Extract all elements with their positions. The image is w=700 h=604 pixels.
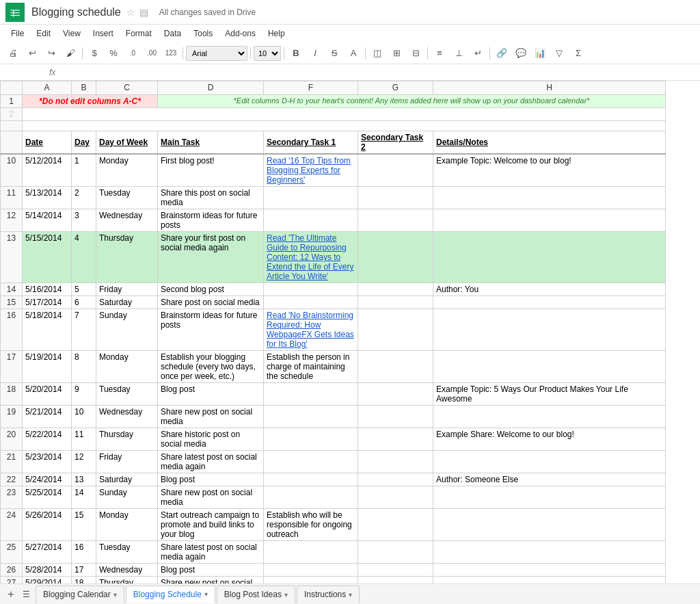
divider4 bbox=[284, 47, 284, 60]
header-dow: Day of Week bbox=[96, 131, 158, 155]
menu-data[interactable]: Data bbox=[159, 27, 187, 40]
col-header-f[interactable]: F bbox=[264, 81, 358, 95]
spreadsheet: A B C D F G H 1 *Do not edit columns A-C… bbox=[0, 81, 666, 583]
menu-insert[interactable]: Insert bbox=[88, 27, 119, 40]
function-icon[interactable]: Σ bbox=[569, 44, 587, 62]
table-row: 10 5/12/2014 1 Monday First blog post! R… bbox=[1, 154, 666, 187]
header-day: Day bbox=[72, 131, 96, 155]
chart-icon[interactable]: 📊 bbox=[531, 44, 549, 62]
text-color-icon[interactable]: A bbox=[345, 44, 362, 62]
table-row: 14 5/16/2014 5 Friday Second blog post A… bbox=[1, 283, 666, 296]
filter-icon[interactable]: ▽ bbox=[550, 44, 568, 62]
title-bar: Blogging schedule ☆ ▤ All changes saved … bbox=[0, 0, 700, 25]
print-icon[interactable]: 🖨 bbox=[4, 44, 22, 62]
toolbar: 🖨 ↩ ↪ 🖌 $ % .0 .00 123 Arial 10 B I S A … bbox=[0, 42, 700, 64]
paint-format-icon[interactable]: 🖌 bbox=[62, 44, 79, 62]
link-sec1-row10[interactable]: Read '16 Top Tips from Blogging Experts … bbox=[267, 156, 351, 185]
link-sec1-row16[interactable]: Read 'No Brainstorming Required: How Web… bbox=[267, 311, 354, 349]
table-row: 20 5/22/2014 11 Thursday Share historic … bbox=[1, 428, 666, 451]
col-header-h[interactable]: H bbox=[433, 81, 666, 95]
table-row: 16 5/18/2014 7 Sunday Brainstorm ideas f… bbox=[1, 309, 666, 351]
align-left-icon[interactable]: ≡ bbox=[431, 44, 448, 62]
divider7 bbox=[489, 47, 490, 60]
menu-bar: File Edit View Insert Format Data Tools … bbox=[0, 25, 700, 42]
divider5 bbox=[365, 47, 366, 60]
table-row: 23 5/25/2014 14 Sunday Share new post on… bbox=[1, 486, 666, 509]
strikethrough-icon[interactable]: S bbox=[325, 44, 343, 62]
redo-icon[interactable]: ↪ bbox=[42, 44, 60, 62]
borders-icon[interactable]: ⊞ bbox=[388, 44, 405, 62]
number-format-icon[interactable]: 123 bbox=[162, 44, 180, 62]
notice2-cell: *Edit columns D-H to your heart's conten… bbox=[158, 95, 666, 108]
table-row: 2 bbox=[1, 108, 666, 121]
currency-icon[interactable]: $ bbox=[85, 44, 103, 62]
table-row: 27 5/29/2014 18 Thursday Share new post … bbox=[1, 577, 666, 584]
fill-color-icon[interactable]: ◫ bbox=[368, 44, 386, 62]
menu-view[interactable]: View bbox=[57, 27, 86, 40]
header-date: Date bbox=[23, 131, 72, 155]
table-row: 17 5/19/2014 8 Monday Establish your blo… bbox=[1, 351, 666, 383]
header-sec2: Secondary Task 2 bbox=[358, 131, 433, 155]
table-row: 13 5/15/2014 4 Thursday Share your first… bbox=[1, 232, 666, 283]
menu-edit[interactable]: Edit bbox=[31, 27, 56, 40]
merge-icon[interactable]: ⊟ bbox=[407, 44, 425, 62]
table-row: 26 5/28/2014 17 Wednesday Blog post bbox=[1, 564, 666, 577]
table-row: 18 5/20/2014 9 Tuesday Blog post Example… bbox=[1, 383, 666, 406]
decimal-decrease-icon[interactable]: .0 bbox=[124, 44, 142, 62]
divider bbox=[82, 47, 83, 60]
wrap-icon[interactable]: ↵ bbox=[469, 44, 487, 62]
app-icon bbox=[5, 3, 25, 22]
col-header-b[interactable]: B bbox=[72, 81, 96, 95]
row-header-1[interactable]: 1 bbox=[1, 95, 23, 108]
table-row: 15 5/17/2014 6 Saturday Share post on so… bbox=[1, 296, 666, 309]
comment-icon[interactable]: 💬 bbox=[512, 44, 530, 62]
fx-label: fx bbox=[49, 68, 55, 77]
table-row: 12 5/14/2014 3 Wednesday Brainstorm idea… bbox=[1, 209, 666, 232]
divider2 bbox=[183, 47, 183, 60]
table-row: 25 5/27/2014 16 Tuesday Share latest pos… bbox=[1, 541, 666, 564]
decimal-increase-icon[interactable]: .00 bbox=[143, 44, 161, 62]
menu-file[interactable]: File bbox=[5, 27, 29, 40]
menu-addons[interactable]: Add-ons bbox=[219, 27, 261, 40]
table-header-row: Date Day Day of Week Main Task Secondary… bbox=[1, 131, 666, 155]
font-select[interactable]: Arial bbox=[186, 46, 247, 61]
link-sec1-row13[interactable]: Read 'The Ultimate Guide to Repurposing … bbox=[267, 233, 353, 281]
formula-bar: fx bbox=[0, 64, 700, 81]
col-header-d[interactable]: D bbox=[158, 81, 264, 95]
col-header-g[interactable]: G bbox=[358, 81, 433, 95]
star-icon[interactable]: ☆ bbox=[126, 7, 135, 18]
divider6 bbox=[427, 47, 428, 60]
italic-icon[interactable]: I bbox=[306, 44, 324, 62]
spreadsheet-container[interactable]: A B C D F G H 1 *Do not edit columns A-C… bbox=[0, 81, 700, 583]
bold-icon[interactable]: B bbox=[287, 44, 305, 62]
table-row: 22 5/24/2014 13 Saturday Blog post Autho… bbox=[1, 473, 666, 486]
col-header-c[interactable]: C bbox=[96, 81, 158, 95]
document-title: Blogging schedule bbox=[31, 6, 121, 18]
table-row: 19 5/21/2014 10 Wednesday Share new post… bbox=[1, 406, 666, 428]
table-row: 11 5/13/2014 2 Tuesday Share this post o… bbox=[1, 187, 666, 209]
percent-icon[interactable]: % bbox=[105, 44, 122, 62]
col-header-a[interactable]: A bbox=[23, 81, 72, 95]
notice1-cell: *Do not edit columns A-C* bbox=[23, 95, 158, 108]
undo-icon[interactable]: ↩ bbox=[23, 44, 41, 62]
table-row: 24 5/26/2014 15 Monday Start outreach ca… bbox=[1, 509, 666, 541]
header-notes: Details/Notes bbox=[433, 131, 666, 155]
corner-cell bbox=[1, 81, 23, 95]
font-size-select[interactable]: 10 bbox=[254, 46, 281, 61]
folder-icon[interactable]: ▤ bbox=[139, 7, 148, 18]
header-maintask: Main Task bbox=[158, 131, 264, 155]
align-icon[interactable]: ⊥ bbox=[450, 44, 468, 62]
menu-tools[interactable]: Tools bbox=[188, 27, 218, 40]
menu-help[interactable]: Help bbox=[262, 27, 291, 40]
table-row: 21 5/23/2014 12 Friday Share latest post… bbox=[1, 451, 666, 473]
menu-format[interactable]: Format bbox=[120, 27, 157, 40]
header-sec1: Secondary Task 1 bbox=[264, 131, 358, 155]
link-icon[interactable]: 🔗 bbox=[493, 44, 511, 62]
divider3 bbox=[250, 47, 251, 60]
table-row: … bbox=[1, 121, 666, 131]
saved-status: All changes saved in Drive bbox=[159, 8, 256, 17]
table-row: 1 *Do not edit columns A-C* *Edit column… bbox=[1, 95, 666, 108]
